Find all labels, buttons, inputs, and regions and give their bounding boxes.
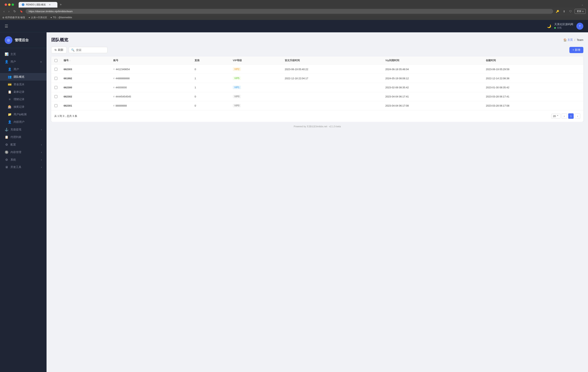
row-created-3: 2023-03-28 06:17:41 <box>483 92 583 101</box>
toolbar: ↻ 刷新 🔍 + 新增 <box>51 47 583 53</box>
key-icon-btn[interactable]: 🔑 <box>555 10 560 13</box>
row-checkbox-3 <box>51 92 61 101</box>
th-created: 创建时间 <box>483 56 583 65</box>
share-btn[interactable]: ⬆ <box>562 10 567 13</box>
url-bar[interactable] <box>26 9 553 14</box>
page-1-btn[interactable]: 1 <box>568 113 574 119</box>
bookmark-btn[interactable]: 🔖 <box>19 10 24 13</box>
vip-badge-1: VIP5 <box>233 77 241 80</box>
browser-toolbar: ‹ › ↻ 🔖 🔑 ⬆ 🛡 更新 ≡ <box>0 8 588 15</box>
window-controls <box>2 1 16 8</box>
breadcrumb-home-link[interactable]: 🏠 主页 <box>563 38 573 42</box>
pagination-bar: 从 1 到 3，总共 3 条 20 ⌃ ‹ 1 › <box>51 110 583 122</box>
hamburger-btn[interactable]: ☰ <box>5 24 8 29</box>
sidebar-item-financial[interactable]: ≡ 理财记录 <box>0 96 47 103</box>
forward-btn[interactable]: › <box>7 9 10 14</box>
row-select-3[interactable] <box>54 95 57 98</box>
new-tab-btn[interactable]: + <box>58 3 63 7</box>
bookmark-item-1[interactable]: ⚙ 程序搭建/开发/修复 <box>2 16 25 19</box>
row-account-4: v 88888888 <box>110 101 191 110</box>
bookmark-item-3[interactable]: ✦ TG：@tianmeibbs <box>50 16 72 19</box>
row-first-upgrade-3 <box>282 92 382 101</box>
sidebar-item-team[interactable]: 👥 团队概览 <box>0 73 47 80</box>
prev-page-btn[interactable]: ‹ <box>562 113 567 119</box>
sidebar-item-users[interactable]: 👤 用户 <box>0 65 47 73</box>
sidebar: ◎ 管理后台 📊 主页 👤 用户 ∨ 👤 用户 <box>0 32 47 372</box>
update-btn[interactable]: 更新 ≡ <box>575 9 586 14</box>
select-all-checkbox[interactable] <box>54 59 57 62</box>
sidebar-item-ip[interactable]: 📁 用户ip检测 <box>0 111 47 118</box>
orders-icon: 📋 <box>8 90 12 94</box>
sidebar-item-config[interactable]: ⚙ 配置 ‹ <box>0 141 47 148</box>
row-vip-expire-1: 2024-05-19 08:08:12 <box>382 74 483 83</box>
sidebar-item-content[interactable]: 🔘 内容管理 ‹ <box>0 148 47 156</box>
user-avatar[interactable]: T <box>576 23 583 30</box>
refresh-button[interactable]: ↻ 刷新 <box>51 47 67 53</box>
home-breadcrumb-icon: 🏠 <box>563 38 567 41</box>
table-container: 编号 ↑ 账号 直推 VIP等级 <box>51 56 583 122</box>
sidebar-item-orders[interactable]: 📋 刷单记录 <box>0 88 47 96</box>
row-id-4: 662301 <box>61 101 110 110</box>
chevron-down-icon: ∨ <box>40 60 42 63</box>
row-id-1: 661992 <box>61 74 110 83</box>
minimize-window-btn[interactable] <box>8 3 10 6</box>
active-tab[interactable]: REMDO | 团队概览 ✕ <box>19 2 57 8</box>
sidebar-item-lottery[interactable]: 🎰 抽奖记录 <box>0 103 47 111</box>
sidebar-label-financial: 理财记录 <box>14 98 42 101</box>
sidebar-item-agents[interactable]: 📋 代理列表 <box>0 133 47 141</box>
row-created-2: 2023-01-30 08:35:42 <box>483 83 583 92</box>
account-value-2: 44000000 <box>116 86 127 89</box>
close-window-btn[interactable] <box>5 3 7 6</box>
back-btn[interactable]: ‹ <box>2 9 6 14</box>
row-select-2[interactable] <box>54 86 57 89</box>
breadcrumb: 🏠 主页 / Team <box>563 38 583 42</box>
bookmark-item-2[interactable]: ✦ 认准->天美社区 <box>28 16 47 19</box>
search-input[interactable] <box>76 49 105 51</box>
refresh-icon: ↻ <box>54 49 57 51</box>
maximize-window-btn[interactable] <box>12 3 14 6</box>
status-label: 在线 <box>557 26 562 30</box>
sidebar-label-system: 系统 <box>10 158 39 161</box>
reload-btn[interactable]: ↻ <box>12 9 17 14</box>
sidebar-item-devtools[interactable]: 🖥 开发工具 ‹ <box>0 163 47 171</box>
sidebar-item-internal-users[interactable]: 👤 内部用户 <box>0 118 47 126</box>
add-button[interactable]: + 新增 <box>569 47 583 53</box>
sidebar-item-recharge[interactable]: ⚓ 充值提现 ‹ <box>0 126 47 133</box>
sidebar-item-home[interactable]: 📊 主页 <box>0 50 47 58</box>
row-created-4: 2023-03-28 06:17:08 <box>483 101 583 110</box>
next-page-btn[interactable]: › <box>575 113 580 119</box>
bookmark-label-2: 认准->天美社区 <box>31 16 47 19</box>
table-body: 662303 > 4412349654 0 VIP2 2023-06-19 05… <box>51 65 583 110</box>
id-sort[interactable]: 编号 ↑ <box>63 59 71 62</box>
system-arrow-icon: ‹ <box>41 159 42 161</box>
row-account-3: v 44445454545 <box>110 92 191 101</box>
row-select-1[interactable] <box>54 77 57 80</box>
app-footer: Powered by 天美社区timibbs.net · v2.1.5-beta <box>51 122 583 131</box>
account-toggle-4[interactable]: v <box>113 104 115 107</box>
page-size-select[interactable]: 20 ⌃ <box>551 114 560 119</box>
sidebar-label-finance: 资金流水 <box>14 83 42 86</box>
account-toggle-3[interactable]: v <box>113 95 115 98</box>
sidebar-item-system[interactable]: ⚙ 系统 ‹ <box>0 156 47 163</box>
row-select-4[interactable] <box>54 104 57 107</box>
tab-close-btn[interactable]: ✕ <box>49 3 51 6</box>
row-id-0: 662303 <box>61 65 110 74</box>
sidebar-item-users-parent[interactable]: 👤 用户 ∨ <box>0 58 47 65</box>
account-toggle-1[interactable]: v <box>113 77 115 80</box>
devtools-icon: 🖥 <box>5 165 9 169</box>
sidebar-label-internal: 内部用户 <box>14 120 42 124</box>
main-header: ☰ 🌙 天美社区源码网 在线 T <box>0 20 588 32</box>
sidebar-item-finance[interactable]: 💳 资金流水 <box>0 80 47 88</box>
th-checkbox <box>51 56 61 65</box>
row-select-0[interactable] <box>54 68 57 71</box>
pagination-info: 从 1 到 3，总共 3 条 <box>54 114 77 118</box>
data-table: 编号 ↑ 账号 直推 VIP等级 <box>51 56 583 110</box>
tab-favicon <box>22 3 24 6</box>
account-toggle-2[interactable]: v <box>113 86 115 89</box>
account-toggle-0[interactable]: > <box>113 68 115 70</box>
row-id-2: 662300 <box>61 83 110 92</box>
content-arrow-icon: ‹ <box>41 151 42 154</box>
shield-btn[interactable]: 🛡 <box>568 10 573 13</box>
theme-toggle-btn[interactable]: 🌙 <box>547 24 551 28</box>
collapse-btn[interactable]: ⌄ <box>579 3 586 6</box>
